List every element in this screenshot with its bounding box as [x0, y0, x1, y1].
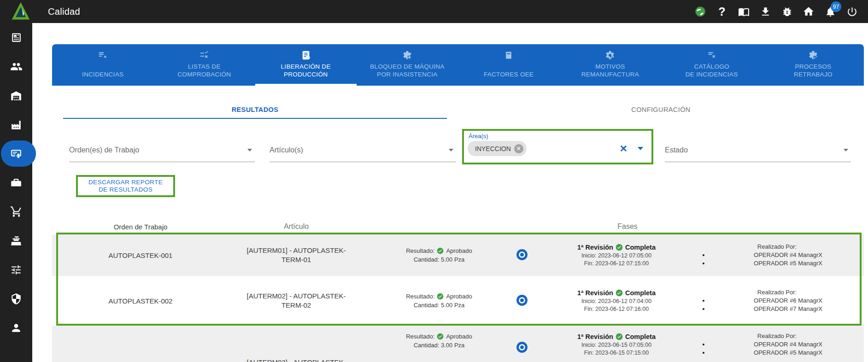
bell-icon[interactable]: 97 [824, 6, 836, 18]
tab-label: LIBERACIÓN DE [281, 63, 331, 70]
topbar: Calidad ? 97 [0, 0, 868, 23]
shield-icon [10, 293, 22, 305]
subtab-label: CONFIGURACIÓN [631, 106, 690, 113]
power-icon[interactable] [846, 6, 858, 18]
view-details-button[interactable] [516, 294, 528, 308]
cell-articulo: [AUTERM02] - AUTOPLASTEK-TERM-02 [218, 292, 375, 310]
area-chip[interactable]: INYECCION ✕ [468, 141, 527, 156]
cash-register-icon [10, 235, 22, 247]
chevron-down-icon[interactable] [638, 147, 643, 150]
check-circle-icon [616, 333, 623, 340]
sidebar-item-personal[interactable] [0, 52, 32, 81]
chevron-down-icon [449, 149, 453, 152]
checklist-icon [199, 49, 209, 60]
playlist-remove-icon [98, 49, 108, 60]
header-articulo: Artículo [218, 222, 375, 231]
archive-box-icon [504, 49, 513, 60]
estado-select[interactable]: Estado [665, 138, 851, 162]
orden-trabajo-label: Orden(es) de Trabajo [69, 146, 139, 154]
help-icon[interactable]: ? [716, 6, 728, 18]
tab-bloqueo-maquina[interactable]: BLOQUEO DE MÁQUINAPOR INASISTENCIA [357, 44, 458, 86]
area-select-highlighted[interactable]: Área(s) INYECCION ✕ ✕ [462, 129, 653, 164]
sidebar-item-seguridad[interactable] [0, 284, 32, 313]
person-icon [10, 322, 22, 334]
tab-procesos-retrabajo[interactable]: PROCESOSRETRABAJO [762, 44, 864, 86]
cell-resultado: Resultado: Aprobado Cantidad: 5.00 Pza [379, 292, 499, 309]
tab-label: INCIDENCIAS [82, 70, 123, 78]
topbar-actions: ? 97 [694, 6, 858, 18]
sidebar-item-usuario[interactable] [0, 313, 32, 342]
cell-articulo: [AUTERM01] - AUTOPLASTEK-TERM-01 [218, 246, 375, 264]
sidebar-item-mantenimiento[interactable] [0, 168, 32, 197]
table-row: AUTOPLASTEK-002 [AUTERM02] - AUTOPLASTEK… [52, 276, 864, 326]
clear-selection-icon[interactable]: ✕ [619, 144, 628, 153]
articulo-select[interactable]: Artículo(s) [270, 138, 456, 162]
globe-icon[interactable] [694, 6, 706, 18]
table-row: AUTOPLASTEK-001 [AUTERM01] - AUTOPLASTEK… [52, 234, 864, 276]
cell-fases: 1ª Revisión Completa Inicio: 2023-06-15 … [540, 332, 692, 357]
app-logo-icon [12, 3, 29, 20]
newspaper-icon [11, 32, 22, 43]
check-circle-icon [616, 289, 623, 297]
header-orden: Orden de Trabajo [63, 223, 218, 231]
sidebar-item-compras[interactable] [0, 197, 32, 226]
cell-fases: 1ª Revisión Completa Inicio: 2023-06-12 … [540, 288, 692, 313]
table-header: Orden de Trabajo Artículo Fases [52, 219, 864, 234]
bullet: • [692, 251, 715, 259]
sidebar-item-almacen[interactable] [0, 81, 32, 110]
tune-icon [10, 264, 22, 276]
articulo-label: Artículo(s) [270, 146, 303, 154]
sidebar-item-produccion[interactable] [0, 110, 32, 139]
eye-icon [516, 294, 528, 306]
sidebar-item-noticias[interactable] [0, 23, 32, 52]
cell-realizado-por: Realizado Por: •OPERADOR #4 ManagrX •OPE… [692, 243, 862, 268]
cell-orden: AUTOPLASTEK-002 [63, 297, 218, 305]
tab-label: BLOQUEO DE MÁQUINA [370, 63, 444, 70]
module-tabbar: INCIDENCIAS LISTAS DECOMPROBACIÓN LIBERA… [52, 44, 864, 86]
tab-incidencias[interactable]: INCIDENCIAS [52, 44, 153, 86]
tab-label: CATÁLOGO [694, 63, 729, 70]
book-icon[interactable] [738, 6, 750, 18]
subtabs: RESULTADOS CONFIGURACIÓN [52, 101, 864, 118]
area-chip-label: INYECCION [475, 145, 511, 152]
download-report-highlight: DESCARGAR REPORTE DE RESULTADOS [76, 175, 175, 197]
view-details-button[interactable] [516, 341, 528, 355]
gear-block-icon [402, 49, 412, 60]
bullet: • [692, 297, 715, 305]
orden-trabajo-select[interactable]: Orden(es) de Trabajo [69, 138, 255, 162]
subtab-configuracion[interactable]: CONFIGURACIÓN [458, 101, 864, 118]
subtab-resultados[interactable]: RESULTADOS [52, 101, 458, 118]
view-details-button[interactable] [516, 249, 528, 262]
sidebar-item-calidad[interactable] [0, 139, 32, 168]
tab-motivos-remanufactura[interactable]: MOTIVOSREMANUFACTURA [559, 44, 661, 86]
active-tab-underline [255, 84, 357, 86]
tab-listas-comprobacion[interactable]: LISTAS DECOMPROBACIÓN [153, 44, 255, 86]
sidebar-item-configuracion[interactable] [0, 255, 32, 284]
cell-realizado-por: Realizado Por: •OPERADOR #4 ManagrX •OPE… [692, 332, 862, 357]
cell-fases: 1ª Revisión Completa Inicio: 2023-06-12 … [540, 243, 692, 268]
home-icon[interactable] [803, 6, 815, 18]
tab-catalogo-incidencias[interactable]: CATÁLOGODE INCIDENCIAS [661, 44, 762, 86]
results-table: AUTOPLASTEK-001 [AUTERM01] - AUTOPLASTEK… [52, 234, 864, 362]
cell-realizado-por: Realizado Por: •OPERADOR #6 ManagrX •OPE… [692, 288, 862, 313]
bullet: • [692, 349, 715, 357]
estado-label: Estado [665, 146, 688, 154]
toolbox-icon [10, 177, 22, 189]
gears-icon [605, 49, 615, 60]
download-icon[interactable] [759, 6, 771, 18]
tab-liberacion-produccion[interactable]: LIBERACIÓN DEPRODUCCIÓN [255, 44, 357, 86]
bullet: • [692, 305, 715, 313]
cell-resultado: Resultado: Aprobado Cantidad: 5.00 Pza [379, 246, 499, 264]
tab-factores-oee[interactable]: FACTORES OEE [458, 44, 559, 86]
cell-resultado: Resultado: Aprobado Cantidad: 3.00 Pza [379, 332, 499, 350]
tab-label: FACTORES OEE [484, 70, 534, 78]
gear-rework-icon [808, 49, 818, 60]
main-content: INCIDENCIAS LISTAS DECOMPROBACIÓN LIBERA… [32, 23, 868, 362]
cart-icon [10, 205, 23, 218]
chip-remove-icon[interactable]: ✕ [514, 144, 523, 153]
bug-icon[interactable] [781, 6, 793, 18]
eye-icon [516, 249, 528, 261]
download-report-button[interactable]: DESCARGAR REPORTE DE RESULTADOS [88, 179, 163, 193]
sidebar-item-ventas[interactable] [0, 226, 32, 255]
chevron-down-icon [247, 149, 252, 152]
